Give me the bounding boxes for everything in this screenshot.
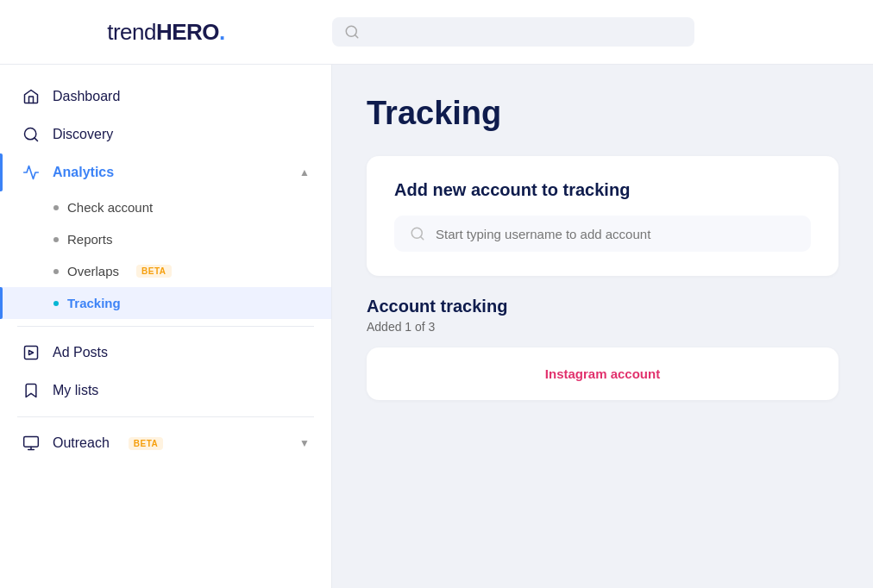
add-search-icon [410, 226, 425, 241]
main-layout: Dashboard Discovery Analytics ▲ [0, 65, 873, 588]
svg-line-7 [420, 236, 423, 239]
header-search-area [332, 17, 856, 47]
instagram-label: Instagram [545, 366, 607, 381]
analytics-chevron-icon: ▲ [299, 166, 310, 178]
outreach-chevron-icon: ▼ [299, 437, 310, 449]
logo-regular: trend [107, 19, 156, 45]
sidebar-item-reports[interactable]: Reports [0, 223, 331, 255]
sidebar-label-discovery: Discovery [53, 127, 113, 142]
check-account-dot [53, 205, 59, 210]
overlaps-dot [53, 269, 59, 274]
add-account-card: Add new account to tracking [367, 156, 838, 276]
my-lists-icon [22, 382, 41, 399]
divider-2 [17, 416, 314, 417]
sidebar-label-my-lists: My lists [53, 383, 98, 398]
divider-1 [17, 326, 314, 327]
instagram-account-card: Instagram account [367, 347, 838, 400]
logo-bold: HERO [156, 19, 219, 45]
analytics-sub-items: Check account Reports Overlaps BETA Trac… [0, 191, 331, 319]
account-tracking-section: Account tracking Added 1 of 3 Instagram … [367, 297, 838, 400]
header-search-input[interactable] [368, 25, 682, 40]
header-search-bar[interactable] [332, 17, 694, 47]
header: trendHERO. [0, 0, 873, 65]
overlaps-beta-badge: BETA [136, 265, 171, 278]
sidebar: Dashboard Discovery Analytics ▲ [0, 65, 332, 588]
sidebar-item-my-lists[interactable]: My lists [0, 372, 331, 410]
sidebar-label-dashboard: Dashboard [53, 89, 120, 104]
sidebar-label-reports: Reports [67, 232, 113, 247]
logo: trendHERO. [107, 19, 225, 46]
tracking-dot [53, 301, 59, 306]
logo-dot: . [219, 19, 225, 45]
outreach-icon [22, 435, 41, 452]
sidebar-item-ad-posts[interactable]: Ad Posts [0, 334, 331, 372]
svg-line-1 [355, 34, 357, 37]
sidebar-label-check-account: Check account [67, 200, 153, 215]
instagram-suffix: account [607, 366, 661, 381]
search-icon [22, 126, 41, 143]
svg-rect-5 [24, 437, 39, 447]
instagram-account-text: Instagram account [545, 366, 660, 381]
svg-rect-4 [25, 347, 38, 360]
sidebar-item-check-account[interactable]: Check account [0, 191, 331, 223]
sidebar-item-outreach[interactable]: Outreach BETA ▼ [0, 424, 331, 462]
sidebar-label-overlaps: Overlaps [67, 264, 119, 278]
account-tracking-title: Account tracking [367, 297, 838, 316]
sidebar-item-discovery[interactable]: Discovery [0, 116, 331, 153]
add-account-search[interactable] [394, 216, 811, 252]
reports-dot [53, 237, 59, 242]
account-tracking-subtitle: Added 1 of 3 [367, 320, 838, 334]
page-title: Tracking [367, 95, 838, 132]
ad-posts-icon [22, 344, 41, 361]
sidebar-label-outreach: Outreach [53, 435, 110, 451]
sidebar-item-analytics[interactable]: Analytics ▲ [0, 153, 331, 191]
logo-area: trendHERO. [0, 19, 332, 46]
main-content: Tracking Add new account to tracking Acc… [332, 65, 873, 588]
add-account-title: Add new account to tracking [394, 180, 811, 200]
sidebar-label-ad-posts: Ad Posts [53, 345, 108, 360]
analytics-icon [22, 164, 41, 181]
home-icon [22, 88, 41, 105]
svg-line-3 [35, 138, 38, 141]
sidebar-label-tracking: Tracking [67, 296, 121, 310]
sidebar-item-tracking[interactable]: Tracking [0, 287, 331, 319]
sidebar-label-analytics: Analytics [53, 165, 114, 180]
outreach-beta-badge: BETA [129, 437, 163, 450]
add-account-input[interactable] [436, 227, 795, 241]
sidebar-item-dashboard[interactable]: Dashboard [0, 78, 331, 116]
sidebar-item-overlaps[interactable]: Overlaps BETA [0, 255, 331, 287]
header-search-icon [344, 24, 360, 40]
